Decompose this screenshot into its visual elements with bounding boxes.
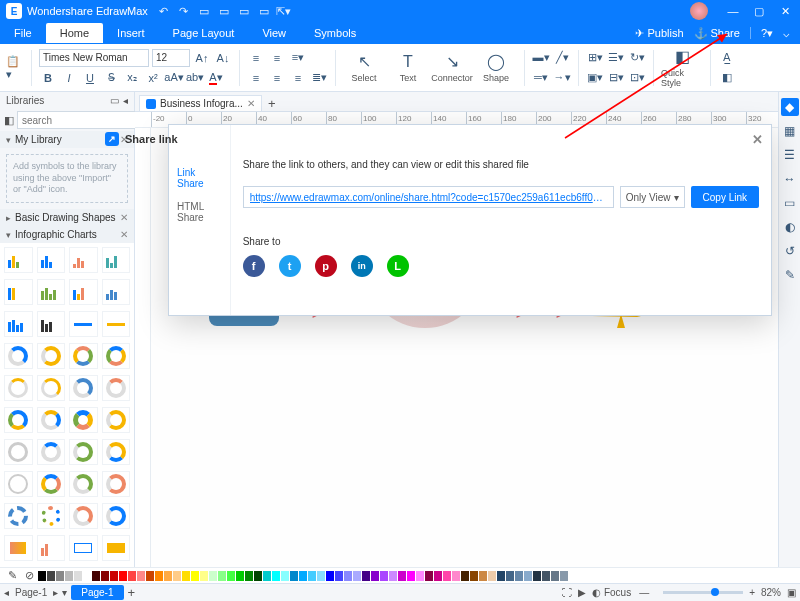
align-right-icon[interactable]: ≡	[289, 69, 307, 87]
shape-thumbnail[interactable]	[69, 535, 98, 561]
superscript-icon[interactable]: x²	[144, 69, 162, 87]
align-left-icon[interactable]: ≡	[247, 69, 265, 87]
fullscreen-icon[interactable]: ⛶	[562, 587, 572, 598]
color-swatch[interactable]	[470, 571, 478, 581]
shape-thumbnail[interactable]	[37, 407, 66, 433]
underline-icon[interactable]: U	[81, 69, 99, 87]
color-swatch[interactable]	[209, 571, 217, 581]
layers-panel-icon[interactable]: ☰	[781, 146, 799, 164]
shape-thumbnail[interactable]	[69, 439, 98, 465]
shape-thumbnail[interactable]	[4, 471, 33, 497]
shape-thumbnail[interactable]	[37, 471, 66, 497]
color-swatch[interactable]	[227, 571, 235, 581]
font-color-icon[interactable]: A▾	[207, 69, 225, 87]
color-swatch[interactable]	[182, 571, 190, 581]
print-icon[interactable]: ▭	[256, 5, 272, 18]
color-swatch[interactable]	[542, 571, 550, 581]
shape-thumbnail[interactable]	[69, 407, 98, 433]
fill-icon[interactable]: ▬▾	[532, 49, 550, 67]
infographic-charts-header[interactable]: ▾ Infographic Charts ✕	[0, 226, 134, 243]
shape-thumbnail[interactable]	[102, 247, 131, 273]
shape-thumbnail[interactable]	[102, 375, 131, 401]
linkedin-share-icon[interactable]: in	[351, 255, 373, 277]
menu-home[interactable]: Home	[46, 23, 103, 43]
color-swatch[interactable]	[515, 571, 523, 581]
rotate-icon[interactable]: ↻▾	[628, 49, 646, 67]
color-swatch[interactable]	[146, 571, 154, 581]
color-swatch[interactable]	[65, 571, 73, 581]
color-swatch[interactable]	[272, 571, 280, 581]
clipboard-button[interactable]: 📋▾	[6, 59, 24, 77]
page-tab[interactable]: Page-1	[71, 585, 123, 600]
twitter-share-icon[interactable]: t	[279, 255, 301, 277]
font-family-combo[interactable]: Times New Roman	[39, 49, 149, 67]
shape-thumbnail[interactable]	[4, 279, 33, 305]
shape-thumbnail[interactable]	[102, 343, 131, 369]
shape-thumbnail[interactable]	[37, 311, 66, 337]
color-swatch[interactable]	[290, 571, 298, 581]
color-swatch[interactable]	[191, 571, 199, 581]
close-button[interactable]: ✕	[776, 5, 794, 18]
shape-thumbnail[interactable]	[69, 471, 98, 497]
save-icon[interactable]: ▭	[236, 5, 252, 18]
bullet-list-icon[interactable]: ≣▾	[310, 69, 328, 87]
link-share-tab[interactable]: Link Share	[175, 161, 224, 195]
color-swatch[interactable]	[164, 571, 172, 581]
redo-icon[interactable]: ↷	[176, 5, 192, 18]
line-spacing-icon[interactable]: ≡▾	[289, 49, 307, 67]
color-swatch[interactable]	[83, 571, 91, 581]
share-url-field[interactable]: https://www.edrawmax.com/online/share.ht…	[243, 186, 614, 208]
arrow-style-icon[interactable]: →▾	[553, 69, 571, 87]
menu-file[interactable]: File	[0, 23, 46, 43]
presentation-icon[interactable]: ▶	[578, 587, 586, 598]
color-swatch[interactable]	[344, 571, 352, 581]
user-avatar[interactable]	[690, 2, 708, 20]
menu-insert[interactable]: Insert	[103, 23, 159, 43]
collapse-ribbon-button[interactable]: ⌵	[783, 27, 790, 40]
color-swatch[interactable]	[254, 571, 262, 581]
facebook-share-icon[interactable]: f	[243, 255, 265, 277]
shape-thumbnail[interactable]	[4, 535, 33, 561]
shape-thumbnail[interactable]	[4, 439, 33, 465]
no-fill-icon[interactable]: ⊘	[25, 569, 34, 582]
shape-thumbnail[interactable]	[37, 439, 66, 465]
add-document-tab[interactable]: +	[264, 96, 280, 111]
shape-thumbnail[interactable]	[69, 343, 98, 369]
color-swatch[interactable]	[407, 571, 415, 581]
color-swatch[interactable]	[38, 571, 46, 581]
html-share-tab[interactable]: HTML Share	[175, 195, 224, 229]
color-swatch[interactable]	[497, 571, 505, 581]
color-swatch[interactable]	[506, 571, 514, 581]
text-tool[interactable]: TText	[387, 48, 429, 88]
document-tab[interactable]: Business Infogra... ✕	[139, 95, 262, 111]
page-setup-icon[interactable]: ▭	[781, 194, 799, 212]
highlight-icon[interactable]: ab▾	[186, 69, 204, 87]
shape-thumbnail[interactable]	[102, 471, 131, 497]
color-swatch[interactable]	[488, 571, 496, 581]
shape-thumbnail[interactable]	[69, 279, 98, 305]
color-swatch[interactable]	[389, 571, 397, 581]
permission-dropdown[interactable]: Only View▾	[620, 186, 685, 208]
shape-thumbnail[interactable]	[37, 503, 66, 529]
color-swatch[interactable]	[128, 571, 136, 581]
color-swatch[interactable]	[326, 571, 334, 581]
color-swatch[interactable]	[137, 571, 145, 581]
color-swatch[interactable]	[362, 571, 370, 581]
color-swatch[interactable]	[119, 571, 127, 581]
color-swatch[interactable]	[371, 571, 379, 581]
italic-icon[interactable]: I	[60, 69, 78, 87]
color-swatch[interactable]	[263, 571, 271, 581]
color-swatch[interactable]	[443, 571, 451, 581]
align-top-icon[interactable]: ≡	[247, 49, 265, 67]
library-menu-icon[interactable]: ▭	[110, 95, 119, 106]
zoom-slider[interactable]	[663, 591, 743, 594]
distribute-icon[interactable]: ⊟▾	[607, 69, 625, 87]
decrease-font-icon[interactable]: A↓	[214, 49, 232, 67]
align-center-icon[interactable]: ≡	[268, 69, 286, 87]
shape-thumbnail[interactable]	[69, 375, 98, 401]
shape-thumbnail[interactable]	[4, 247, 33, 273]
ai-panel-icon[interactable]: ◐	[781, 218, 799, 236]
line-weight-icon[interactable]: ═▾	[532, 69, 550, 87]
shape-match-icon[interactable]: ◧	[718, 69, 736, 87]
fit-page-icon[interactable]: ▣	[787, 587, 796, 598]
